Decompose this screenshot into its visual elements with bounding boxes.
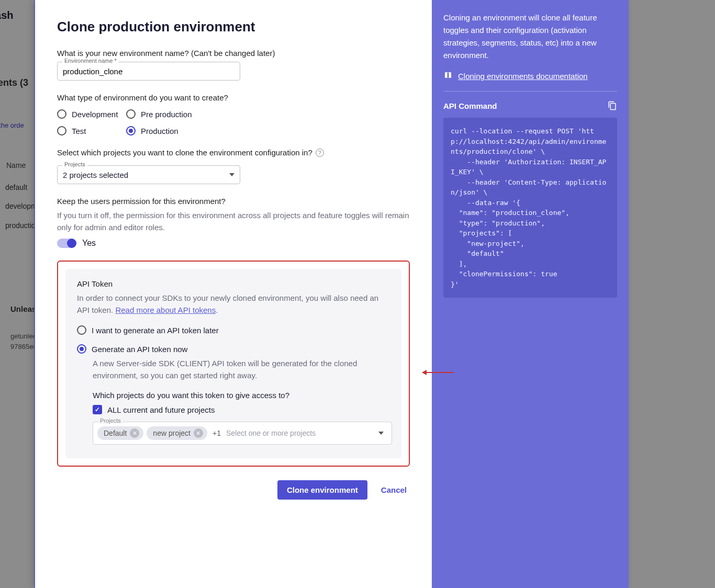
token-now-desc: A new Server-side SDK (CLIENT) API token… (93, 358, 390, 381)
radio-preproduction[interactable]: Pre production (126, 109, 231, 119)
projects-select[interactable]: 2 projects selected (57, 165, 240, 184)
cloning-docs-link[interactable]: Cloning environments documentation (458, 72, 588, 81)
env-type-section: What type of environment do you want to … (57, 93, 410, 135)
radio-token-later[interactable]: I want to generate an API token later (77, 325, 390, 335)
page-title: Clone production environment (57, 19, 410, 35)
radio-development-label: Development (72, 110, 118, 119)
radio-preproduction-label: Pre production (141, 110, 192, 119)
chevron-down-icon (378, 432, 384, 435)
api-token-docs-link[interactable]: Read more about API tokens (115, 306, 216, 314)
chevron-down-icon (229, 173, 234, 176)
token-projects-label: Projects (98, 417, 123, 424)
period: . (216, 306, 218, 314)
token-projects-placeholder: Select one or more projects (226, 429, 316, 437)
radio-test[interactable]: Test (57, 126, 125, 135)
env-name-section: What is your new environment name? (Can'… (57, 49, 410, 81)
radio-token-later-label: I want to generate an API token later (92, 326, 219, 335)
env-type-question: What type of environment do you want to … (57, 93, 410, 102)
radio-test-label: Test (72, 127, 86, 135)
checkbox-all-projects-label: ALL current and future projects (107, 405, 215, 414)
api-token-heading: API Token (77, 279, 390, 288)
permissions-toggle[interactable] (57, 239, 76, 248)
chip-overflow-count: +1 (213, 429, 221, 437)
help-icon[interactable]: ? (316, 149, 324, 157)
book-icon (443, 71, 453, 81)
radio-development[interactable]: Development (57, 109, 125, 119)
chip-default: Default ✕ (97, 426, 143, 440)
radio-production-label: Production (141, 127, 178, 135)
copy-icon[interactable] (608, 101, 617, 110)
side-panel-desc: Cloning an environment will clone all fe… (443, 12, 617, 62)
token-projects-select[interactable]: Default ✕ new project ✕ +1 Select one or… (93, 422, 392, 445)
clone-environment-button[interactable]: Clone environment (277, 480, 367, 500)
env-name-input[interactable] (57, 62, 240, 81)
projects-select-label: Projects (62, 161, 87, 167)
token-scope-question: Which projects do you want this token to… (93, 391, 390, 400)
chip-default-label: Default (104, 429, 127, 437)
chip-new-project-remove[interactable]: ✕ (194, 428, 203, 438)
permissions-section: Keep the users permission for this envir… (57, 197, 410, 248)
projects-select-value: 2 projects selected (63, 171, 128, 179)
chip-default-remove[interactable]: ✕ (130, 428, 139, 438)
permissions-toggle-label: Yes (82, 239, 96, 248)
radio-production[interactable]: Production (126, 126, 231, 135)
checkbox-all-projects[interactable]: ✓ (93, 405, 102, 414)
api-command-code: curl --location --request POST 'http://l… (443, 118, 617, 298)
api-command-title: API Command (443, 101, 497, 110)
projects-question: Select which projects you want to clone … (57, 148, 312, 157)
side-panel: Cloning an environment will clone all fe… (432, 0, 629, 588)
clone-env-modal: Clone production environment What is you… (35, 0, 629, 588)
annotation-arrow (422, 372, 454, 373)
permissions-question: Keep the users permission for this envir… (57, 197, 410, 206)
chip-new-project: new project ✕ (147, 426, 207, 440)
chip-new-project-label: new project (153, 429, 191, 437)
env-name-label: Environment name * (62, 58, 119, 64)
modal-main: Clone production environment What is you… (35, 0, 432, 588)
radio-token-now-label: Generate an API token now (92, 345, 187, 354)
api-token-highlight: API Token In order to connect your SDKs … (57, 261, 410, 467)
projects-section: Select which projects you want to clone … (57, 148, 410, 184)
env-name-question: What is your new environment name? (Can'… (57, 49, 410, 58)
radio-token-now[interactable]: Generate an API token now (77, 344, 390, 354)
cancel-button[interactable]: Cancel (378, 485, 410, 495)
modal-footer: Clone environment Cancel (57, 480, 410, 500)
permissions-desc: If you turn it off, the permission for t… (57, 210, 410, 233)
